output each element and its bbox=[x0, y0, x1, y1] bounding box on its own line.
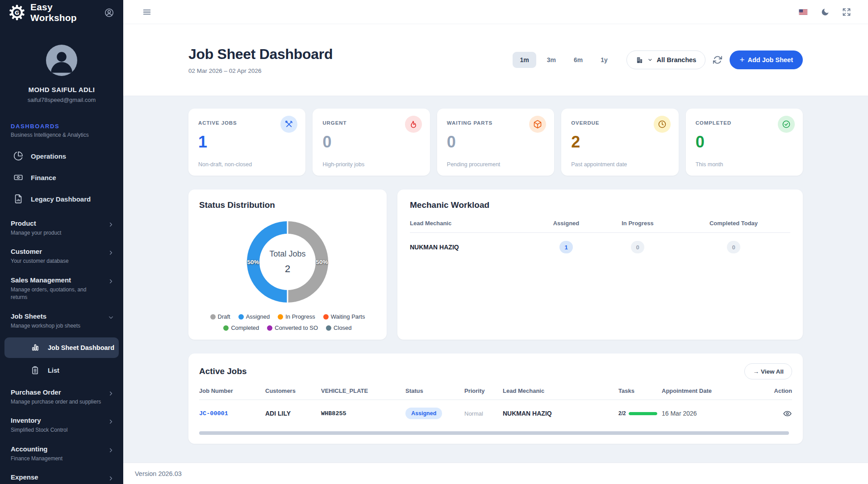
sidebar-group-job-sheets[interactable]: Job Sheets Manage workshop job sheets bbox=[0, 307, 123, 335]
horizontal-scrollbar[interactable] bbox=[199, 431, 789, 435]
mechanic-workload-card: Mechanic Workload Lead Mechanic Assigned… bbox=[397, 189, 803, 340]
add-job-sheet-label: Add Job Sheet bbox=[747, 56, 793, 63]
sidebar-group-accounting[interactable]: Accounting Finance Management bbox=[0, 440, 123, 468]
sidebar: G Easy Workshop MOHD SAIFUL ADLI saiful7… bbox=[0, 0, 123, 484]
fullscreen-expand-icon[interactable] bbox=[842, 8, 851, 17]
stat-subtext: Past appointment date bbox=[571, 161, 627, 168]
donut-slice-percent: 50% bbox=[246, 259, 260, 265]
sidebar-group-customer[interactable]: Customer Your customer database bbox=[0, 242, 123, 270]
legend-label: In Progress bbox=[285, 313, 315, 320]
stat-card-active-jobs[interactable]: ACTIVE JOBS 1 Non-draft, non-closed bbox=[188, 109, 305, 176]
sidebar-item-list[interactable]: List bbox=[4, 360, 119, 381]
add-job-sheet-button[interactable]: + Add Job Sheet bbox=[730, 51, 803, 69]
topbar bbox=[123, 0, 868, 24]
mechanic-name: NUKMAN HAZIQ bbox=[410, 244, 535, 251]
legend-item[interactable]: Assigned bbox=[238, 313, 270, 320]
hamburger-menu-icon[interactable] bbox=[142, 7, 152, 17]
status-badge: Assigned bbox=[405, 408, 442, 419]
legend-item[interactable]: Closed bbox=[326, 324, 351, 331]
sidebar-item-label: List bbox=[48, 367, 59, 374]
check-circle-icon bbox=[778, 116, 795, 133]
sidebar-item-operations[interactable]: Operations bbox=[0, 145, 123, 167]
view-all-button[interactable]: → View All bbox=[744, 363, 792, 379]
legend-label: Waiting Parts bbox=[331, 313, 365, 320]
group-label: Customer bbox=[11, 248, 104, 255]
donut-legend: DraftAssignedIn ProgressWaiting PartsCom… bbox=[199, 313, 376, 331]
legend-item[interactable]: Converted to SO bbox=[267, 324, 318, 331]
avatar[interactable] bbox=[46, 45, 77, 76]
legend-label: Assigned bbox=[246, 313, 270, 320]
group-subtitle: Manage workshop job sheets bbox=[11, 322, 104, 330]
sidebar-groups: Product Manage your product Customer You… bbox=[0, 214, 123, 484]
chevron-right-icon bbox=[108, 447, 114, 454]
time-filter-1m[interactable]: 1m bbox=[513, 52, 536, 68]
view-job-eye-icon[interactable] bbox=[783, 409, 792, 418]
column-header: VEHICLE_PLATE bbox=[321, 387, 405, 394]
status-distribution-card: Status Distribution Total Jobs 2 50% 50% bbox=[188, 189, 387, 340]
refresh-icon[interactable] bbox=[713, 55, 722, 65]
chevron-right-icon bbox=[108, 390, 114, 397]
column-header: Appointment Date bbox=[662, 387, 751, 394]
donut-center-label: Total Jobs bbox=[269, 249, 305, 259]
job-customer: ADI LILY bbox=[265, 410, 321, 417]
sidebar-group-sales-management[interactable]: Sales Management Manage orders, quotatio… bbox=[0, 271, 123, 307]
legend-item[interactable]: Waiting Parts bbox=[323, 313, 365, 320]
tasks-count: 2/2 bbox=[618, 410, 626, 417]
sidebar-item-job-sheet-dashboard[interactable]: Job Sheet Dashboard bbox=[4, 337, 119, 358]
sidebar-item-finance[interactable]: Finance bbox=[0, 167, 123, 188]
time-filter-1y[interactable]: 1y bbox=[593, 52, 615, 68]
legend-dot bbox=[210, 314, 216, 320]
brand-gear-logo-icon: G bbox=[9, 4, 25, 21]
group-label: Job Sheets bbox=[11, 312, 104, 320]
brand-title: Easy Workshop bbox=[30, 2, 99, 23]
branch-filter-dropdown[interactable]: All Branches bbox=[626, 51, 706, 69]
legend-item[interactable]: Completed bbox=[223, 324, 259, 331]
workload-table-header: Lead Mechanic Assigned In Progress Compl… bbox=[410, 220, 790, 233]
page-title: Job Sheet Dashboard bbox=[188, 46, 333, 63]
legend-item[interactable]: Draft bbox=[210, 313, 230, 320]
mechanic-workload-title: Mechanic Workload bbox=[410, 200, 790, 210]
active-jobs-card: Active Jobs → View All Job Number Custom… bbox=[188, 354, 803, 444]
section-subtitle: Business Intelligence & Analytics bbox=[11, 132, 113, 138]
sidebar-item-label: Legacy Dashboard bbox=[31, 195, 91, 203]
tools-icon bbox=[280, 116, 297, 133]
sidebar-group-purchase-order[interactable]: Purchase Order Manage purchase order and… bbox=[0, 383, 123, 411]
user-circle-icon[interactable] bbox=[104, 8, 114, 18]
stat-card-waiting-parts[interactable]: WAITING PARTS 0 Pending procurement bbox=[437, 109, 554, 176]
status-distribution-title: Status Distribution bbox=[199, 200, 376, 210]
legend-item[interactable]: In Progress bbox=[278, 313, 315, 320]
group-subtitle: Manage purchase order and suppliers bbox=[11, 398, 104, 406]
branch-filter-label: All Branches bbox=[657, 56, 697, 63]
language-flag-icon[interactable] bbox=[798, 9, 808, 15]
arrow-right-icon: → bbox=[753, 368, 759, 375]
cash-icon bbox=[13, 173, 23, 182]
profile: MOHD SAIFUL ADLI saiful78speed@gmail.com bbox=[0, 45, 123, 103]
group-subtitle: Manage orders, quotations, and returns bbox=[11, 286, 104, 302]
column-header: Customers bbox=[265, 387, 321, 394]
page-header-left: Job Sheet Dashboard 02 Mar 2026 – 02 Apr… bbox=[188, 46, 333, 74]
stat-card-urgent[interactable]: URGENT 0 High-priority jobs bbox=[313, 109, 430, 176]
sidebar-group-expense[interactable]: Expense Expense Management bbox=[0, 468, 123, 484]
column-header: Tasks bbox=[618, 387, 662, 394]
dark-mode-moon-icon[interactable] bbox=[821, 8, 830, 17]
clipboard-list-icon bbox=[30, 366, 40, 375]
sidebar-section-dashboards: DASHBOARDS Business Intelligence & Analy… bbox=[0, 123, 123, 138]
brand: G Easy Workshop bbox=[0, 0, 123, 25]
sidebar-group-inventory[interactable]: Inventory Simplified Stock Control bbox=[0, 411, 123, 439]
tasks-progress-fill bbox=[629, 412, 657, 415]
job-tasks: 2/2 bbox=[618, 410, 662, 417]
chevron-down-icon bbox=[647, 57, 653, 63]
sidebar-item-legacy-dashboard[interactable]: Legacy Dashboard bbox=[0, 188, 123, 210]
legend-dot bbox=[267, 325, 272, 331]
donut-center-value: 2 bbox=[285, 263, 290, 275]
sidebar-group-product[interactable]: Product Manage your product bbox=[0, 214, 123, 242]
stat-card-completed[interactable]: COMPLETED 0 This month bbox=[686, 109, 803, 176]
job-number-link[interactable]: JC-00001 bbox=[199, 410, 265, 417]
stat-card-overdue[interactable]: OVERDUE 2 Past appointment date bbox=[561, 109, 678, 176]
group-label: Inventory bbox=[11, 417, 104, 424]
chevron-down-icon bbox=[108, 314, 114, 321]
time-filter-6m[interactable]: 6m bbox=[567, 52, 590, 68]
document-chart-icon bbox=[13, 194, 23, 204]
status-donut[interactable]: Total Jobs 2 50% 50% bbox=[247, 221, 328, 303]
time-filter-3m[interactable]: 3m bbox=[540, 52, 563, 68]
